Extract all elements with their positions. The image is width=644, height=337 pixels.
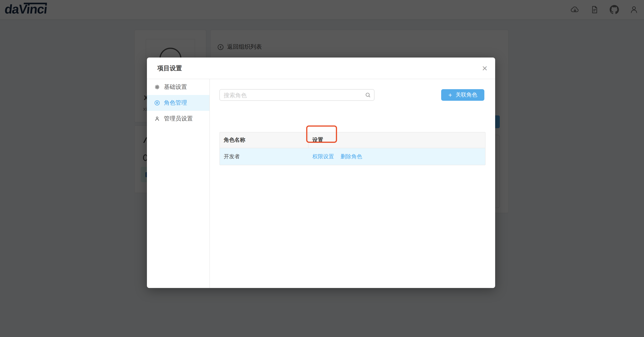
svg-text:R: R: [156, 101, 158, 105]
role-name-cell: 开发者: [220, 148, 308, 165]
role-actions-cell: 权限设置 删除角色: [308, 148, 485, 165]
search-icon[interactable]: [365, 92, 371, 98]
column-settings: 设置: [308, 132, 485, 148]
modal-body: 基础设置 R 角色管理 管理员设置: [147, 79, 495, 288]
associate-role-label: 关联角色: [456, 92, 477, 98]
sidebar-item-basic-settings[interactable]: 基础设置: [147, 79, 210, 95]
screen: daVinci: [0, 0, 644, 337]
sidebar-item-label: 角色管理: [164, 99, 187, 107]
sidebar-item-admin-settings[interactable]: 管理员设置: [147, 111, 210, 127]
sidebar-item-role-management[interactable]: R 角色管理: [147, 95, 210, 111]
project-settings-modal: 项目设置 × 基础设置 R 角色管理: [147, 58, 495, 288]
gear-icon: [154, 84, 160, 90]
permission-settings-link[interactable]: 权限设置: [312, 153, 334, 160]
modal-sidebar: 基础设置 R 角色管理 管理员设置: [147, 79, 210, 288]
delete-role-link[interactable]: 删除角色: [340, 153, 362, 160]
role-table: 角色名称 设置 开发者 权限设置 删除角色: [220, 132, 486, 165]
plus-icon: +: [448, 92, 452, 98]
modal-title: 项目设置: [157, 58, 182, 79]
admin-user-icon: [154, 116, 160, 122]
search-role-field: [220, 89, 374, 101]
role-table-header: 角色名称 设置: [220, 132, 485, 148]
registered-icon: R: [154, 100, 160, 106]
sidebar-item-label: 管理员设置: [164, 115, 193, 122]
modal-header: 项目设置 ×: [147, 58, 495, 79]
role-management-panel: + 关联角色 角色名称 设置 开发者 权限设置 删除角色: [210, 79, 495, 288]
column-role-name: 角色名称: [220, 132, 308, 148]
search-role-input[interactable]: [220, 89, 374, 101]
associate-role-button[interactable]: + 关联角色: [441, 89, 484, 101]
sidebar-item-label: 基础设置: [164, 83, 187, 91]
table-row: 开发者 权限设置 删除角色: [220, 148, 485, 165]
close-icon[interactable]: ×: [478, 62, 491, 75]
